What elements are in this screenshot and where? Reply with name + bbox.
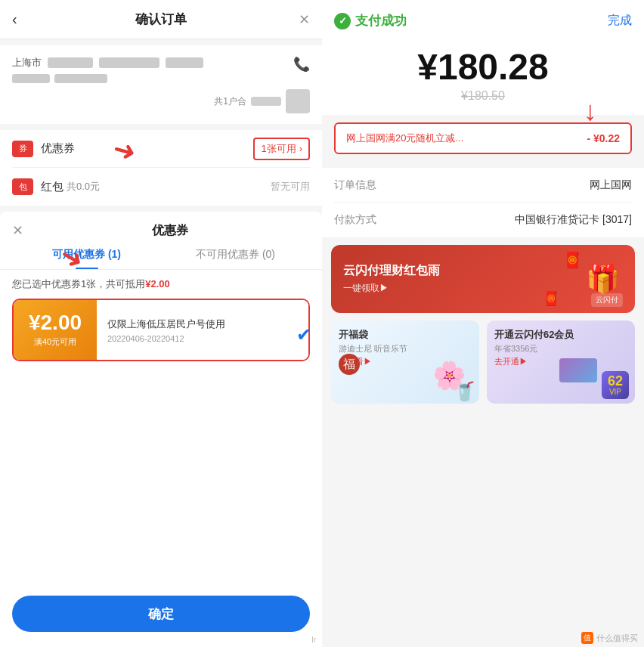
check-circle-icon: ✓ [334,13,351,29]
coupon-validity: 20220406-20220412 [107,334,298,343]
back-button[interactable]: ‹ [12,11,17,28]
tab-unavailable-coupons[interactable]: 不可用优惠券 (0) [161,248,310,269]
payment-header: ✓ 支付成功 完成 [322,0,644,40]
order-info-row-1: 订单信息 网上国网 [334,168,632,203]
red-packet-deco-2: 🧧 [543,290,559,307]
coupon-details-block: 仅限上海低压居民户号使用 20220406-20220412 [97,300,308,360]
watermark-text: 什么值得买 [596,633,638,644]
discount-notice: 网上国网满20元随机立减... - ¥0.22 [334,122,632,154]
redpacket-status: 暂无可用 [271,180,310,193]
discount-amount: - ¥0.22 [587,132,620,144]
city-label: 上海市 [12,56,42,70]
promo-card-right-subtitle: 年省3356元 [487,343,635,354]
promo-card-left-title: 开福袋 [331,320,479,343]
promo-card-right-title: 开通云闪付62会员 [487,320,635,343]
right-panel: ✓ 支付成功 完成 ¥180.28 ¥180.50 ↓ 网上国网满20元随机立减… [322,0,644,647]
coupon-section: 券 优惠券 1张可用 › 包 红包 共0.0元 暂无可用 [0,130,322,206]
phone-icon[interactable]: 📞 [293,56,310,73]
success-label: 支付成功 [355,12,407,29]
address-placeholder-4: ████ [12,74,50,83]
coupon-face-value: ¥2.00 [29,312,82,333]
modal-header: ✕ 优惠券 [0,212,322,239]
address-placeholder-3: ████ [166,57,203,68]
unionpay-logo: 云闪付 [591,293,623,307]
coupon-amount-block: ¥2.00 满40元可用 [14,300,97,360]
redpacket-amount: 共0.0元 [67,180,100,193]
credit-card-deco [559,358,597,382]
coupon-modal: ✕ 优惠券 可用优惠券 (1) 不可用优惠券 (0) 您已选中优惠券1张，共可抵… [0,212,322,647]
done-button[interactable]: 完成 [608,13,632,29]
order-title: 确认订单 [135,11,187,28]
left-panel: ‹ 确认订单 ✕ 上海市 ████ ██████ ████ ████ █████… [0,0,322,647]
order-info-label-1: 订单信息 [334,178,376,192]
redpacket-icon: 包 [12,178,33,195]
item-thumbnail [286,89,310,113]
coupon-chevron-icon: › [299,143,302,154]
address-section: 上海市 ████ ██████ ████ ████ █████ 共1户合 📞 [0,45,322,124]
order-info-value-1: 网上国网 [590,178,632,192]
right-red-arrow: ↓ [584,95,597,127]
coupon-available-badge[interactable]: 1张可用 › [253,138,310,160]
order-info-value-2: 中国银行准贷记卡 [3017] [515,213,632,227]
promo-character-icon: 福 [339,354,360,375]
promo-card-left[interactable]: 开福袋 游迪士尼 听音乐节 去查看▶ 🌸 🥤 福 [331,320,479,404]
modal-tabs: 可用优惠券 (1) 不可用优惠券 (0) [0,239,322,270]
discount-description: 网上国网满20元随机立减... [346,132,463,145]
selected-info: 您已选中优惠券1张，共可抵用¥2.00 [0,270,322,299]
cloud-banner-action[interactable]: 一键领取▶ [343,282,623,295]
coupon-row[interactable]: 券 优惠券 1张可用 › [12,130,310,168]
order-info-label-2: 付款方式 [334,213,376,227]
modal-close-button[interactable]: ✕ [12,222,23,239]
redpacket-label: 红包 [41,180,63,194]
vip-badge: 62 VIP [602,371,629,399]
address-placeholder-1: ████ [48,57,93,68]
coupon-icon: 券 [12,141,33,157]
coupon-deduction-amount: ¥2.00 [145,278,170,289]
main-amount: ¥180.28 [334,46,632,88]
coupon-available-text: 1张可用 [261,142,296,156]
close-button[interactable]: ✕ [299,11,310,28]
coupon-label: 优惠券 [41,141,253,156]
redpacket-row[interactable]: 包 红包 共0.0元 暂无可用 [12,168,310,206]
watermark-left: Ir [311,636,316,644]
count-label: 共1户合 [214,95,246,108]
watermark-right: 值 什么值得买 [581,632,638,644]
coupon-min-spend: 满40元可用 [34,336,76,348]
address-placeholder-2: ██████ [99,57,159,68]
promo-section: 云闪付理财红包雨 一键领取▶ 🎁 🧧 🧧 云闪付 开福袋 游迪士尼 听音乐节 去… [322,245,644,404]
coupon-check-icon: ✔ [296,324,310,345]
modal-title: 优惠券 [29,223,310,239]
cloud-banner[interactable]: 云闪付理财红包雨 一键领取▶ 🎁 🧧 🧧 云闪付 [331,245,635,313]
promo-cards: 开福袋 游迪士尼 听音乐节 去查看▶ 🌸 🥤 福 开通云闪付62会员 年省335… [331,320,635,404]
promo-card-left-image: 🌸 🥤 [419,347,479,404]
watermark-logo-icon: 值 [581,632,593,644]
address-placeholder-5: █████ [54,74,107,83]
confirm-button[interactable]: 确定 [12,596,310,632]
red-packet-deco-1: 🧧 [563,251,582,269]
coupon-card[interactable]: ¥2.00 满40元可用 仅限上海低压居民户号使用 20220406-20220… [12,299,310,361]
count-placeholder [251,97,281,106]
order-header: ‹ 确认订单 ✕ [0,0,322,39]
coupon-card-wrapper: ¥2.00 满40元可用 仅限上海低压居民户号使用 20220406-20220… [0,299,322,370]
promo-card-right[interactable]: 开通云闪付62会员 年省3356元 去开通▶ 62 VIP [487,320,635,404]
coupon-description: 仅限上海低压居民户号使用 [107,317,298,331]
order-info-row-2: 付款方式 中国银行准贷记卡 [3017] [334,203,632,237]
cloud-banner-icon: 🎁 [586,263,620,295]
payment-success-text: ✓ 支付成功 [334,12,407,29]
order-info-section: 订单信息 网上国网 付款方式 中国银行准贷记卡 [3017] [322,168,644,237]
